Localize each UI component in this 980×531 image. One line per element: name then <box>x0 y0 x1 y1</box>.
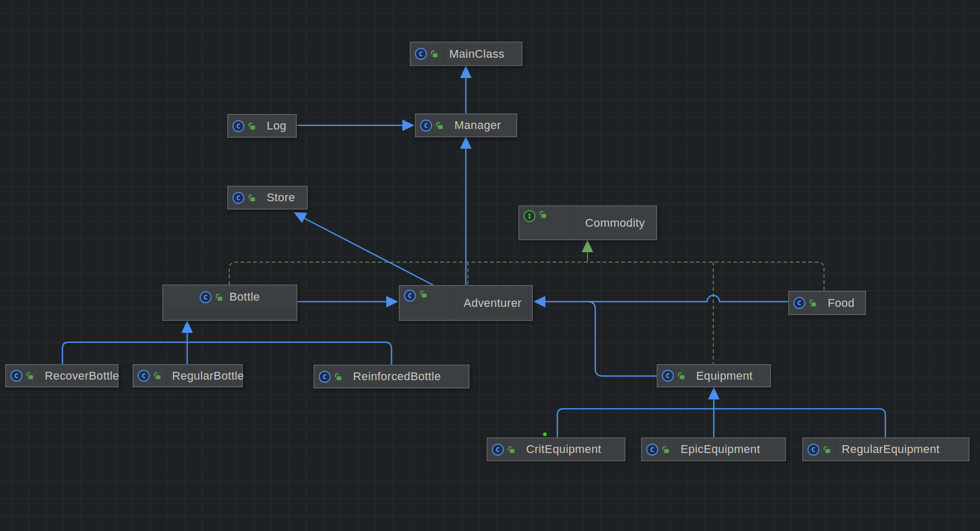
node-log[interactable]: C Log <box>227 114 297 138</box>
node-icon-cell: C <box>228 187 261 209</box>
lock-icon <box>435 121 444 130</box>
node-label: MainClass <box>443 43 511 65</box>
node-equipment[interactable]: C Equipment <box>657 364 771 387</box>
node-food[interactable]: C Food <box>788 291 866 315</box>
lock-icon <box>247 122 256 131</box>
edge-adventurer-store[interactable] <box>294 212 433 285</box>
node-reinforcedbottle[interactable]: C ReinforcedBottle <box>313 365 469 388</box>
node-icon-cell: C <box>658 365 690 386</box>
lock-icon <box>677 371 686 380</box>
node-label: Bottle <box>227 290 260 304</box>
blue-arrowhead <box>294 212 307 223</box>
blue-arrowhead <box>181 320 193 333</box>
node-label: RegularBottle <box>166 365 251 386</box>
node-icon-cell: C <box>789 292 822 314</box>
lock-icon <box>507 445 516 454</box>
class-icon: C <box>232 192 244 204</box>
lock-icon <box>334 372 343 381</box>
lock-icon <box>419 290 428 299</box>
node-recoverbottle[interactable]: C RecoverBottle <box>5 364 119 387</box>
node-icon-cell: C <box>642 438 675 460</box>
lock-icon <box>661 445 670 454</box>
lock-icon <box>25 371 34 380</box>
class-icon: C <box>793 297 805 309</box>
node-label: RecoverBottle <box>39 365 125 386</box>
lock-icon <box>822 445 831 454</box>
lock-icon <box>215 293 224 302</box>
class-icon: C <box>10 370 22 382</box>
node-label: Food <box>822 292 861 314</box>
node-icon-cell: C <box>411 43 443 65</box>
node-label: ReinforcedBottle <box>347 366 447 387</box>
lock-icon <box>153 371 162 380</box>
class-icon: C <box>404 290 416 302</box>
node-label: Manager <box>449 114 507 136</box>
node-label: CritEquipment <box>520 438 608 460</box>
node-label: Store <box>261 187 302 209</box>
node-icon-cell: C <box>488 438 520 460</box>
node-icon-cell: C <box>228 115 261 137</box>
class-icon: C <box>232 120 244 132</box>
node-critequipment[interactable]: C CritEquipment <box>487 437 625 461</box>
lock-icon <box>430 49 439 58</box>
node-regularbottle[interactable]: C RegularBottle <box>133 364 243 387</box>
node-label: Adventurer <box>453 286 532 320</box>
lock-icon <box>539 210 547 219</box>
edge-log-manager[interactable] <box>297 120 414 131</box>
class-icon: C <box>662 370 674 382</box>
node-manager[interactable]: C Manager <box>415 113 517 137</box>
edge-equipments-inheritance[interactable] <box>557 387 885 437</box>
node-icon-cell: C <box>134 365 166 386</box>
node-icon-cell: C <box>315 366 347 387</box>
class-icon: C <box>415 48 427 60</box>
node-label: EpicEquipment <box>675 438 766 460</box>
diagram-canvas[interactable]: { "app": "UML class diagram", "icons": {… <box>0 0 980 531</box>
node-title-row: C Bottle <box>163 286 296 308</box>
class-icon: C <box>492 444 504 456</box>
green-arrowhead <box>582 240 593 252</box>
edge-adventurer-manager[interactable] <box>460 136 472 285</box>
blue-arrowhead <box>460 66 472 78</box>
node-store[interactable]: C Store <box>227 186 308 210</box>
node-mainclass[interactable]: C MainClass <box>410 42 522 66</box>
class-icon: C <box>420 120 432 132</box>
class-icon: C <box>646 444 658 456</box>
node-label: Log <box>261 115 293 137</box>
blue-arrowhead <box>533 296 545 307</box>
node-label: Commodity <box>574 206 656 239</box>
class-icon: C <box>319 371 331 383</box>
node-icon-cell: C <box>416 114 449 136</box>
node-adventurer[interactable]: C Adventurer <box>399 285 533 321</box>
node-bottle[interactable]: C Bottle <box>162 284 297 321</box>
class-icon: C <box>807 444 819 456</box>
edge-bottles-inheritance[interactable] <box>62 320 391 365</box>
edge-realization-commodity[interactable] <box>582 240 593 262</box>
class-icon: C <box>138 370 150 382</box>
edge-bottle-adventurer[interactable] <box>297 296 398 307</box>
node-icon-cell: I <box>519 206 574 239</box>
node-icon-cell: C <box>400 286 453 320</box>
blue-arrowhead <box>386 296 398 307</box>
node-icon-cell: C <box>803 438 836 460</box>
node-regularequipment[interactable]: C RegularEquipment <box>802 437 970 461</box>
lock-icon <box>808 299 817 307</box>
node-label: RegularEquipment <box>836 438 946 460</box>
blue-arrowhead <box>708 387 720 399</box>
node-label: Equipment <box>690 365 759 386</box>
edge-manager-mainclass[interactable] <box>460 66 472 113</box>
blue-arrowhead <box>460 136 472 149</box>
class-icon: C <box>200 291 212 303</box>
interface-icon: I <box>524 210 535 222</box>
green-dot-marker <box>543 433 547 436</box>
node-epicequipment[interactable]: C EpicEquipment <box>641 437 786 461</box>
node-commodity[interactable]: I Commodity <box>518 205 657 240</box>
blue-arrowhead <box>402 120 414 131</box>
node-empty-compartment <box>163 308 296 320</box>
lock-icon <box>247 193 256 202</box>
node-icon-cell: C <box>6 365 39 386</box>
